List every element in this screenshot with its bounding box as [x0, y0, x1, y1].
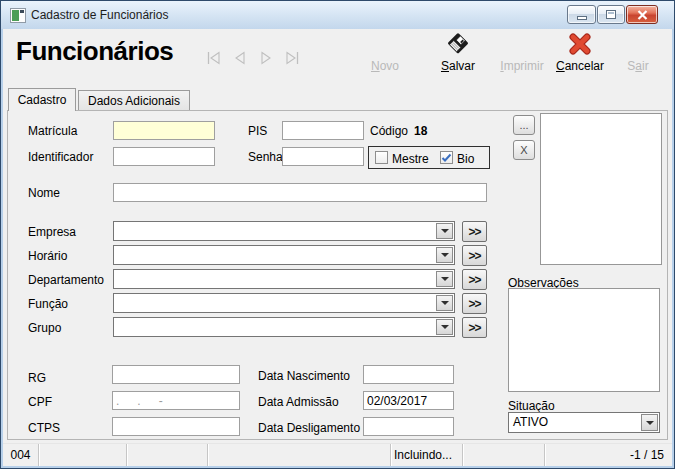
photo-clear-button[interactable]: X [513, 140, 535, 160]
bio-label: Bio [457, 152, 474, 166]
empresa-label: Empresa [28, 225, 76, 239]
nav-first-button[interactable] [205, 51, 223, 66]
identificador-input[interactable] [113, 147, 215, 166]
horario-label: Horário [28, 249, 67, 263]
window: Cadastro de Funcionários Funcionários [0, 0, 675, 469]
departamento-label: Departamento [28, 273, 104, 287]
situacao-combobox[interactable]: ATIVO [508, 412, 660, 433]
cpf-input[interactable] [112, 391, 240, 410]
funcao-label: Função [28, 297, 68, 311]
bio-checkbox[interactable] [440, 151, 453, 164]
status-bar: 004 Incluindo... -1 / 15 [3, 443, 672, 466]
data-desligamento-label: Data Desligamento [258, 421, 360, 435]
observacoes-textarea[interactable] [508, 288, 660, 392]
nome-input[interactable] [113, 183, 487, 202]
tab-dados-adicionais[interactable]: Dados Adicionais [78, 90, 190, 110]
horario-expand-button[interactable]: >> [462, 245, 487, 266]
minimize-icon [577, 16, 587, 20]
status-panel-4 [208, 444, 391, 466]
status-panel-3 [127, 444, 208, 466]
salvar-label: Salvar [441, 59, 475, 73]
nav-previous-icon [232, 51, 248, 65]
ctps-input[interactable] [112, 417, 240, 436]
departamento-combobox[interactable] [113, 269, 455, 289]
maximize-icon [606, 10, 616, 19]
dropdown-arrow-icon[interactable] [436, 295, 453, 311]
page-title: Funcionários [16, 36, 173, 67]
title-bar[interactable]: Cadastro de Funcionários [1, 1, 674, 29]
dropdown-arrow-icon[interactable] [641, 414, 658, 431]
grupo-combobox[interactable] [113, 317, 455, 337]
cpf-label: CPF [28, 395, 52, 409]
salvar-button[interactable]: Salvar [426, 29, 490, 75]
grupo-label: Grupo [28, 321, 61, 335]
dropdown-arrow-icon[interactable] [436, 271, 453, 287]
data-nascimento-input[interactable] [363, 365, 454, 384]
data-nascimento-label: Data Nascimento [258, 369, 350, 383]
cancelar-button[interactable]: Cancelar [548, 29, 612, 75]
status-mode: Incluindo... [391, 444, 463, 466]
nav-last-button[interactable] [283, 51, 301, 66]
imprimir-label: Imprimir [500, 59, 543, 73]
grupo-expand-button[interactable]: >> [462, 317, 487, 338]
status-panel-2 [39, 444, 127, 466]
situacao-label: Situação [508, 399, 555, 413]
photo-box [540, 113, 662, 265]
funcao-combobox[interactable] [113, 293, 455, 313]
window-title: Cadastro de Funcionários [31, 1, 168, 29]
rg-label: RG [28, 371, 46, 385]
nome-label: Nome [28, 186, 60, 200]
tab-cadastro[interactable]: Cadastro [8, 88, 76, 111]
photo-browse-button[interactable]: ... [513, 115, 535, 135]
horario-combobox[interactable] [113, 245, 455, 265]
sair-label: Sair [627, 59, 648, 73]
check-icon [441, 153, 452, 163]
matricula-input[interactable] [113, 121, 215, 140]
maximize-button[interactable] [597, 5, 625, 24]
dropdown-arrow-icon[interactable] [436, 247, 453, 263]
save-icon [445, 29, 471, 59]
tab-cadastro-label: Cadastro [18, 93, 67, 107]
cancelar-label: Cancelar [556, 59, 604, 73]
minimize-button[interactable] [567, 5, 596, 24]
close-button[interactable] [626, 5, 658, 24]
novo-button[interactable]: Novo [353, 29, 417, 75]
nav-first-icon [206, 51, 222, 65]
nav-next-icon [258, 51, 274, 65]
senha-input[interactable] [282, 147, 364, 166]
imprimir-button[interactable]: Imprimir [490, 29, 554, 75]
dropdown-arrow-icon[interactable] [436, 319, 453, 335]
situacao-value: ATIVO [513, 413, 548, 431]
sair-button[interactable]: Sair [606, 29, 670, 75]
nav-last-icon [284, 51, 300, 65]
empresa-expand-button[interactable]: >> [462, 221, 487, 242]
pis-label: PIS [248, 124, 267, 138]
rg-input[interactable] [112, 365, 240, 384]
empresa-combobox[interactable] [113, 221, 455, 241]
dropdown-arrow-icon[interactable] [436, 223, 453, 239]
codigo-label: Código [370, 124, 408, 138]
pis-input[interactable] [282, 121, 364, 140]
data-admissao-label: Data Admissão [258, 395, 339, 409]
nav-next-button[interactable] [257, 51, 275, 66]
matricula-label: Matrícula [28, 124, 77, 138]
status-panel-6 [463, 444, 545, 466]
novo-label: Novo [371, 59, 399, 73]
status-pager: -1 / 15 [545, 444, 672, 466]
data-admissao-input[interactable] [363, 391, 454, 410]
tab-dados-adicionais-label: Dados Adicionais [88, 94, 180, 108]
senha-label: Senha [248, 150, 283, 164]
mestre-checkbox[interactable] [375, 151, 388, 164]
mestre-label: Mestre [392, 152, 429, 166]
codigo-value: 18 [414, 124, 427, 138]
identificador-label: Identificador [28, 150, 93, 164]
departamento-expand-button[interactable]: >> [462, 269, 487, 290]
ctps-label: CTPS [28, 421, 60, 435]
cancel-icon [568, 29, 592, 59]
app-icon [10, 8, 26, 23]
funcao-expand-button[interactable]: >> [462, 293, 487, 314]
close-icon [637, 10, 648, 20]
data-desligamento-input[interactable] [363, 417, 454, 436]
status-record-code: 004 [3, 444, 39, 466]
nav-previous-button[interactable] [231, 51, 249, 66]
